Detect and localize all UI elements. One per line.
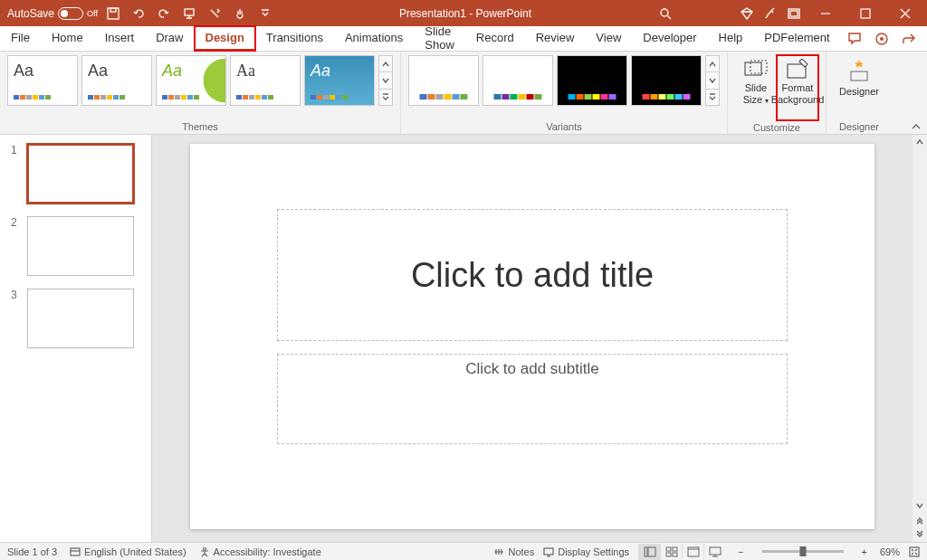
record-button[interactable]	[868, 26, 895, 52]
slide-indicator[interactable]: Slide 1 of 3	[7, 546, 57, 557]
thumbnail-slide[interactable]	[27, 289, 134, 348]
status-bar: Slide 1 of 3 English (United States) Acc…	[0, 542, 927, 560]
slide-sorter-view-button[interactable]	[660, 544, 682, 560]
variant-thumb[interactable]	[557, 55, 627, 106]
format-background-label: Format Background	[771, 82, 825, 106]
tab-home[interactable]: Home	[41, 26, 94, 51]
svg-rect-21	[666, 553, 671, 556]
variant-thumb[interactable]	[408, 55, 479, 106]
autosave-toggle[interactable]: AutoSave Off	[7, 7, 98, 20]
reading-view-button[interactable]	[682, 544, 703, 560]
share-button[interactable]	[895, 26, 922, 52]
svg-rect-24	[710, 547, 721, 555]
slide-canvas[interactable]: Click to add title Click to add subtitle	[190, 144, 874, 529]
comments-button[interactable]	[841, 26, 868, 52]
thumbnail-item[interactable]: 2	[11, 216, 140, 276]
theme-thumb[interactable]: Aa	[156, 55, 226, 106]
svg-rect-22	[673, 553, 677, 556]
quick-access-button[interactable]	[205, 4, 225, 24]
scroll-down-icon[interactable]	[706, 72, 719, 89]
theme-thumb[interactable]: Aa	[81, 55, 152, 106]
themes-group-label: Themes	[7, 119, 393, 134]
window-layout-icon[interactable]	[784, 4, 804, 24]
theme-office[interactable]: Aa	[7, 55, 78, 106]
tab-developer[interactable]: Developer	[632, 26, 707, 51]
designer-label: Designer	[839, 86, 879, 97]
save-button[interactable]	[103, 4, 123, 24]
tab-draw[interactable]: Draw	[145, 26, 194, 51]
variant-thumb[interactable]	[631, 55, 702, 106]
vertical-scrollbar[interactable]	[913, 135, 927, 542]
maximize-button[interactable]	[847, 0, 884, 26]
theme-thumb[interactable]: Aa	[230, 55, 301, 106]
diamond-icon[interactable]	[737, 4, 757, 24]
tab-animations[interactable]: Animations	[334, 26, 414, 51]
display-settings-button[interactable]: Display Settings	[543, 546, 629, 557]
zoom-out-button[interactable]: −	[734, 546, 747, 557]
start-from-beginning-button[interactable]	[179, 4, 199, 24]
themes-gallery-scroll[interactable]	[378, 55, 393, 106]
scroll-up-button[interactable]	[913, 135, 927, 149]
collapse-ribbon-button[interactable]	[911, 119, 922, 136]
tab-file[interactable]: File	[0, 26, 41, 51]
svg-rect-5	[790, 11, 798, 16]
account-button[interactable]	[922, 26, 927, 52]
gallery-expand-icon[interactable]	[706, 90, 719, 105]
next-slide-button[interactable]	[913, 527, 927, 542]
zoom-in-button[interactable]: +	[858, 546, 871, 557]
scroll-down-icon[interactable]	[379, 72, 392, 89]
tab-transitions[interactable]: Transitions	[255, 26, 334, 51]
redo-button[interactable]	[154, 4, 174, 24]
gallery-expand-icon[interactable]	[379, 90, 392, 105]
variants-gallery-scroll[interactable]	[705, 55, 720, 106]
subtitle-placeholder[interactable]: Click to add subtitle	[277, 354, 788, 444]
thumbnail-item[interactable]: 1	[11, 144, 140, 204]
thumbnail-item[interactable]: 3	[11, 289, 140, 348]
thumbnail-slide[interactable]	[27, 216, 134, 276]
designer-button[interactable]: Designer	[834, 55, 884, 97]
thumbnail-slide[interactable]	[27, 144, 134, 204]
tab-slide-show[interactable]: Slide Show	[414, 26, 465, 51]
zoom-slider[interactable]	[762, 550, 844, 553]
prev-slide-button[interactable]	[913, 513, 927, 527]
notes-button[interactable]: Notes	[493, 546, 534, 557]
tab-design[interactable]: Design	[195, 26, 255, 51]
slide-thumbnails-panel: 123	[0, 135, 152, 542]
zoom-level[interactable]: 69%	[880, 546, 900, 557]
language-indicator[interactable]: English (United States)	[70, 546, 186, 557]
search-button[interactable]	[655, 4, 675, 24]
touch-mode-button[interactable]	[230, 4, 250, 24]
title-placeholder[interactable]: Click to add title	[277, 209, 788, 341]
themes-gallery: Aa Aa Aa Aa Aa	[7, 55, 393, 106]
fit-to-window-button[interactable]	[909, 546, 920, 557]
scroll-up-icon[interactable]	[706, 56, 719, 72]
format-background-button[interactable]: Format Background	[777, 55, 818, 120]
tab-insert[interactable]: Insert	[94, 26, 146, 51]
normal-view-button[interactable]	[638, 544, 660, 560]
scroll-down-button[interactable]	[913, 498, 927, 513]
svg-rect-1	[110, 8, 116, 12]
minimize-button[interactable]	[808, 0, 844, 26]
variant-thumb[interactable]	[483, 55, 553, 106]
undo-button[interactable]	[129, 4, 148, 24]
slide-size-label: Slide Size ▾	[743, 82, 769, 106]
svg-rect-19	[666, 547, 671, 551]
close-button[interactable]	[887, 0, 923, 26]
svg-point-3	[661, 9, 668, 16]
tab-record[interactable]: Record	[465, 26, 525, 51]
scroll-up-icon[interactable]	[379, 56, 392, 72]
svg-rect-2	[185, 9, 194, 15]
accessibility-indicator[interactable]: Accessibility: Investigate	[199, 546, 321, 557]
tab-pdfelement[interactable]: PDFelement	[753, 26, 840, 51]
scrollbar-track[interactable]	[913, 149, 927, 498]
tab-help[interactable]: Help	[708, 26, 754, 51]
svg-rect-12	[788, 64, 806, 78]
tab-view[interactable]: View	[585, 26, 632, 51]
qat-dropdown[interactable]	[255, 4, 275, 24]
tab-review[interactable]: Review	[525, 26, 586, 51]
svg-rect-25	[910, 547, 919, 556]
svg-rect-20	[673, 547, 677, 551]
slideshow-view-button[interactable]	[703, 544, 725, 560]
theme-thumb[interactable]: Aa	[304, 55, 375, 106]
brush-icon[interactable]	[760, 4, 780, 24]
